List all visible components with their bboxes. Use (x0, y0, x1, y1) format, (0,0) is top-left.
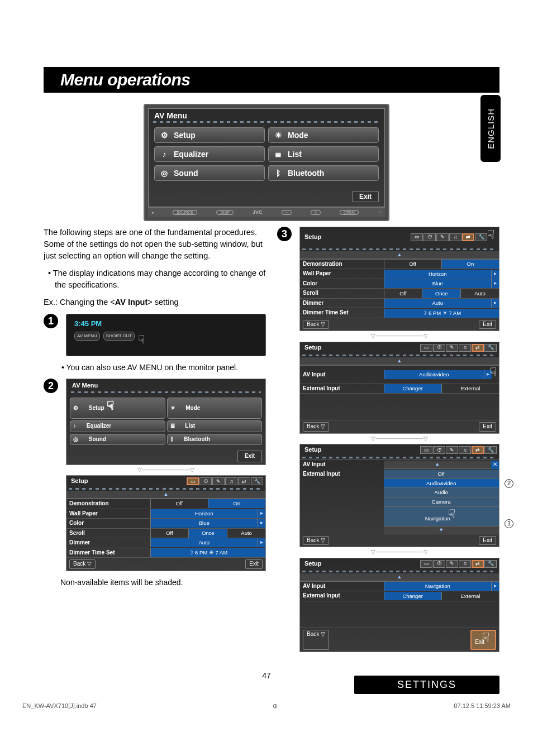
remote-time: 3:45 PM (74, 319, 261, 329)
pointer-icon: ☟ (489, 363, 497, 381)
setup-screen-3d: Setup ▭ ⏱ ✎ ♫ ⇄ 🔧 ▲ AV InputNaviga (299, 558, 499, 652)
av-input-opt-camera[interactable]: Camera (384, 497, 499, 507)
pointer-icon: ☟ (482, 629, 489, 647)
pointer-icon: ☟ (448, 505, 455, 523)
section-footer-settings: SETTINGS (354, 676, 499, 694)
setup-tab-tuner[interactable]: ♫ (225, 477, 237, 485)
step-1-remote: 3:45 PM AV MENU SHORT CUT ☟ (66, 314, 266, 356)
back-button[interactable]: Back ▽ (303, 630, 329, 650)
pointer-icon: ☟ (138, 332, 145, 348)
back-button[interactable]: Back ▽ (303, 422, 329, 432)
setup-tab-display[interactable]: ▭ (187, 477, 199, 485)
intro-bullet: • The display indications may change acc… (44, 267, 266, 291)
plus-button[interactable]: + (311, 210, 321, 215)
sun-icon: ☀ (273, 130, 283, 140)
shortcut-remote-button[interactable]: SHORT CUT (103, 332, 135, 341)
av-menu-sound[interactable]: ◎Sound (154, 165, 265, 181)
setup-tab-clock[interactable]: ⏱ (199, 477, 212, 485)
device-panel-strip: ● SOURCE DISP JVC − + OPEN ▭ (148, 207, 385, 217)
exit-button[interactable]: Exit (479, 422, 496, 432)
setup-tab-input[interactable]: ⇄ (238, 477, 250, 485)
setup-screen-3c: Setup ▭ ⏱ ✎ ♫ ⇄ 🔧 AV Input (299, 444, 499, 547)
exit-button[interactable]: Exit (479, 536, 496, 546)
av-menu-bluetooth[interactable]: ᛒBluetooth (268, 165, 379, 181)
setup-tab-input[interactable]: ⇄ (462, 233, 474, 241)
exit-button[interactable]: Exit (245, 559, 263, 569)
av-input-opt-audio[interactable]: Audio (384, 488, 499, 497)
av-menu-setup[interactable]: ⚙Setup (154, 127, 265, 143)
brand-logo: JVC (253, 209, 263, 215)
intro-paragraph: The following steps are one of the funda… (44, 227, 266, 262)
av-menu-remote-button[interactable]: AV MENU (74, 332, 100, 341)
back-button[interactable]: Back ▽ (303, 536, 329, 546)
exit-button[interactable]: Exit (352, 191, 379, 202)
back-button[interactable]: Back ▽ (303, 320, 329, 329)
equalizer-icon: ♪ (159, 149, 169, 159)
minus-button[interactable]: − (282, 210, 292, 215)
setup-screen-3b: Setup ▭ ⏱ ✎ ♫ ⇄ 🔧 ▲ AV InputAudio& (299, 342, 499, 434)
exit-button[interactable]: Exit (479, 320, 496, 329)
speaker-icon: ◎ (159, 168, 169, 178)
callout-1: 1 (505, 519, 513, 528)
exit-button[interactable]: Exit (237, 451, 262, 462)
av-menu-list[interactable]: ≣List (268, 146, 379, 162)
step-2-badge: 2 (44, 379, 58, 393)
disp-button[interactable]: DISP (216, 210, 233, 215)
step-1-badge: 1 (44, 314, 58, 328)
step-2-bullet: • You can also use AV MENU on the monito… (44, 362, 266, 373)
av-menu-equalizer[interactable]: ♪Equalizer (154, 146, 265, 162)
setup-screen-3a: Setup ▭ ⏱ ✎ ♫ ⇄ 🔧 ☟ ▲ Demonstration (299, 227, 499, 331)
open-button[interactable]: OPEN (340, 210, 359, 215)
source-button[interactable]: SOURCE (173, 210, 197, 215)
callout-2: 2 (505, 479, 513, 488)
av-menu-setup-small[interactable]: ⚙ Setup☟ (70, 398, 165, 419)
list-icon: ≣ (273, 149, 283, 159)
footer-timestamp: 07.12.5 11:59:23 AM (454, 702, 511, 710)
page-title: Menu operations (60, 70, 483, 89)
footer-file: EN_KW-AVX710[J].indb 47 (22, 702, 97, 710)
setup-screen-step2: Setup ▭ ⏱ ✎ ♫ ⇄ 🔧 ▲ DemonstrationOffOnWa… (66, 475, 266, 571)
non-available-caption: Non-available items will be shaded. (60, 577, 266, 588)
pointer-icon: ☟ (487, 226, 494, 244)
av-input-value[interactable]: Audio&video (384, 370, 484, 379)
av-menu-title: AV Menu (149, 109, 384, 121)
print-registration-icon: ⊕ (273, 702, 278, 710)
step-3-badge: 3 (277, 227, 292, 241)
bluetooth-icon: ᛒ (273, 168, 283, 178)
language-side-tab: ENGLISH (480, 95, 501, 162)
av-menu-mode[interactable]: ☀Mode (268, 127, 379, 143)
example-line: Ex.: Changing the <AV Input> setting (44, 296, 266, 308)
av-menu-device-large: AV Menu ⚙Setup ☀Mode ♪Equalizer ≣List ◎S… (144, 104, 389, 221)
gear-icon: ⚙ (159, 130, 169, 140)
setup-tab-disc[interactable]: ✎ (212, 477, 225, 485)
page-title-band: Menu operations (44, 67, 499, 93)
av-input-opt-navigation[interactable]: Navigation☟1 (384, 507, 499, 527)
back-button[interactable]: Back ▽ (69, 559, 96, 569)
av-input-value[interactable]: Navigation (384, 582, 491, 591)
exit-button[interactable]: Exit☟ (470, 630, 496, 650)
av-input-opt-off[interactable]: Off (384, 470, 499, 479)
setup-tab-others[interactable]: 🔧 (251, 477, 263, 485)
pointer-icon: ☟ (107, 397, 114, 415)
av-input-opt-audiovideo[interactable]: Audio&video2 (384, 479, 499, 489)
